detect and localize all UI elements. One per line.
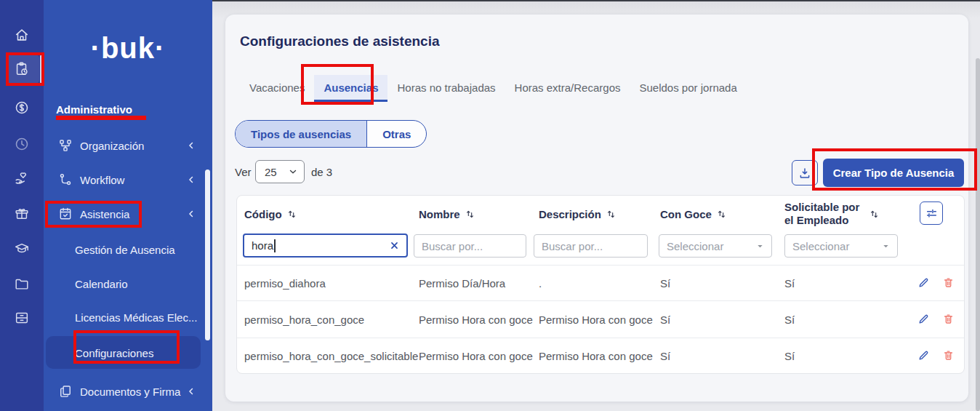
sort-icon[interactable] [286, 209, 297, 220]
sidebar-subitem-calendario[interactable]: Calendario [44, 271, 212, 297]
column-header-solicitable[interactable]: Solicitable por el Empleado [784, 201, 866, 227]
column-label: Con Goce [660, 208, 712, 220]
clock-icon[interactable] [14, 136, 30, 152]
column-header-codigo[interactable]: Código [244, 208, 297, 220]
sidebar-item-documentos-y-firma[interactable]: Documentos y Firma [44, 378, 212, 404]
nombre-filter-input[interactable]: Buscar por... [414, 234, 526, 258]
download-button[interactable] [792, 160, 818, 185]
column-header-nombre[interactable]: Nombre [419, 208, 475, 220]
tab-bar: Vacaciones Ausencias Horas no trabajadas… [240, 75, 747, 102]
sidebar-subitem-licencias-medicas[interactable]: Licencias Médicas Elec... [44, 304, 212, 330]
column-settings-button[interactable] [920, 201, 943, 225]
sort-icon[interactable] [606, 209, 616, 220]
cell-nombre: Permiso Día/Hora [419, 277, 505, 290]
sidebar-scrollbar[interactable] [205, 169, 210, 340]
caret-down-icon [756, 242, 764, 250]
edit-pencil-icon[interactable] [917, 276, 930, 289]
select-placeholder: Seleccionar [667, 240, 723, 252]
top-divider [212, 0, 980, 1]
chevron-down-icon [288, 167, 298, 177]
home-icon[interactable] [14, 27, 30, 43]
sidebar-item-organizacion[interactable]: Organización [44, 132, 212, 159]
sidebar-subitem-label: Calendario [75, 278, 128, 290]
chevron-left-icon [186, 209, 196, 219]
column-header-con-goce[interactable]: Con Goce [660, 208, 727, 220]
cell-con-goce: Sí [660, 350, 670, 362]
chevron-left-icon [186, 386, 196, 396]
filter-placeholder: Buscar por... [422, 240, 483, 252]
buk-logo: ·buk· [44, 32, 212, 65]
cell-solicitable: Sí [784, 314, 795, 326]
delete-trash-icon[interactable] [942, 313, 955, 325]
tab-sueldos-por-jornada[interactable]: Sueldos por jornada [630, 75, 746, 102]
segment-otras[interactable]: Otras [366, 121, 426, 147]
sidebar-subitem-configuraciones[interactable]: Configuraciones [44, 340, 212, 366]
segment-tipos-de-ausencias[interactable]: Tipos de ausencias [236, 121, 366, 147]
sidebar-item-workflow[interactable]: Workflow [44, 167, 212, 193]
row-divider [237, 338, 964, 338]
sort-icon[interactable] [465, 209, 475, 220]
sidebar-item-asistencia[interactable]: Asistencia [44, 201, 212, 227]
segmented-control: Tipos de ausencias Otras [235, 120, 427, 148]
cell-descripcion: Permiso Hora con goce [539, 350, 653, 362]
edit-pencil-icon[interactable] [917, 349, 930, 362]
edit-pencil-icon[interactable] [917, 313, 930, 325]
sidebar-item-label: Workflow [80, 174, 124, 186]
cell-codigo: permiso_hora_con_goce_solicitable [244, 350, 418, 362]
descripcion-filter-input[interactable]: Buscar por... [534, 234, 648, 258]
gift-icon[interactable] [14, 205, 30, 221]
sidebar-subitem-label: Gestión de Ausencia [75, 244, 175, 256]
solicitable-filter-select[interactable]: Seleccionar [784, 234, 898, 258]
tab-horas-extra-recargos[interactable]: Horas extra/Recargos [505, 75, 630, 102]
page-scrollbar[interactable] [976, 58, 980, 411]
sidebar-subitem-label: Licencias Médicas Elec... [75, 311, 197, 324]
graduation-cap-icon[interactable] [14, 241, 30, 257]
hand-heart-icon[interactable] [14, 170, 30, 186]
documents-icon [58, 384, 73, 399]
clipboard-clock-icon[interactable] [14, 61, 30, 77]
column-header-descripcion[interactable]: Descripción [539, 208, 616, 220]
ausencias-table: Código Nombre Descripción Con Goce Solic… [236, 195, 965, 374]
workflow-icon [58, 172, 73, 187]
cell-con-goce: Sí [660, 314, 670, 326]
sort-icon[interactable] [869, 209, 880, 220]
sidebar-subitem-gestion-de-ausencia[interactable]: Gestión de Ausencia [44, 236, 212, 263]
page-size-value: 25 [265, 166, 288, 178]
sort-icon[interactable] [716, 209, 727, 220]
cell-nombre: Permiso Hora con goce [419, 314, 533, 326]
caret-down-icon [882, 242, 890, 250]
page-size-label: Ver [235, 166, 252, 178]
cell-codigo: permiso_hora_con_goce [244, 314, 364, 326]
main-area: Configuraciones de asistencia Vacaciones… [212, 0, 980, 411]
filter-placeholder: Buscar por... [542, 240, 603, 252]
cabinet-icon[interactable] [14, 310, 30, 326]
icon-rail [0, 0, 44, 411]
tab-horas-no-trabajadas[interactable]: Horas no trabajadas [387, 75, 505, 102]
tab-ausencias[interactable]: Ausencias [314, 75, 387, 102]
page-size-select[interactable]: 25 [255, 160, 305, 183]
delete-trash-icon[interactable] [942, 276, 955, 289]
column-label: Nombre [419, 208, 460, 220]
cell-nombre: Permiso Hora con goce [419, 350, 533, 362]
cell-descripcion: . [539, 277, 542, 290]
folder-icon[interactable] [14, 276, 30, 292]
cell-descripcion: Permiso Hora con goce [539, 314, 653, 326]
filter-value: hora [252, 239, 273, 252]
tab-vacaciones[interactable]: Vacaciones [240, 75, 314, 102]
cell-solicitable: Sí [784, 350, 795, 362]
cell-codigo: permiso_diahora [244, 277, 326, 290]
row-divider [237, 300, 964, 301]
sliders-icon [925, 207, 938, 220]
content-card: Configuraciones de asistencia Vacaciones… [225, 15, 968, 402]
con-goce-filter-select[interactable]: Seleccionar [659, 234, 772, 258]
column-label: Descripción [539, 208, 601, 220]
sidebar-menu-panel: ·buk· Administrativo Organización Workfl… [44, 0, 212, 411]
clear-filter-icon[interactable] [390, 241, 399, 250]
page-title: Configuraciones de asistencia [240, 33, 440, 49]
create-tipo-ausencia-button[interactable]: Crear Tipo de Ausencia [823, 159, 964, 187]
delete-trash-icon[interactable] [942, 349, 955, 362]
select-placeholder: Seleccionar [792, 240, 849, 252]
chevron-left-icon [186, 175, 196, 185]
dollar-circle-icon[interactable] [14, 100, 30, 116]
codigo-filter-input[interactable]: hora [243, 234, 408, 258]
